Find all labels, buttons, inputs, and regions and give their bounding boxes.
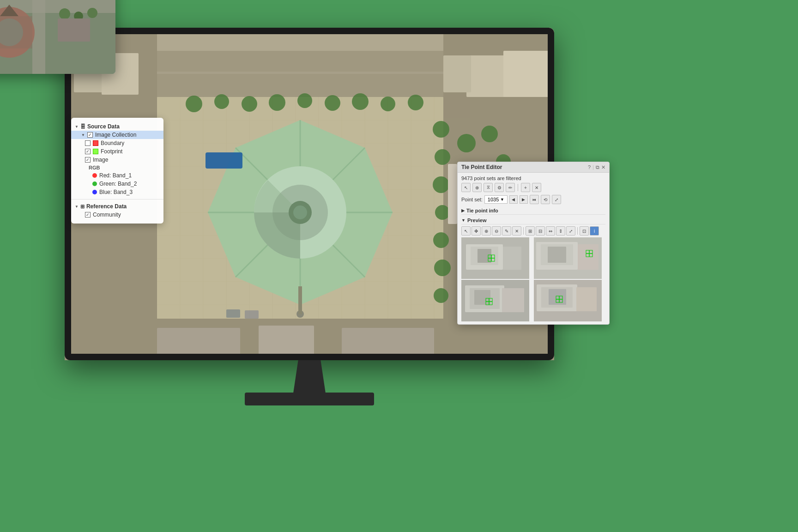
svg-rect-106 [548,247,566,263]
svg-point-60 [325,95,340,111]
tpe-float-btn[interactable]: ⧉ [596,164,599,170]
svg-rect-92 [448,164,457,224]
tpe-toolbar-sep3 [577,227,578,235]
svg-rect-98 [478,249,491,263]
svg-rect-85 [157,328,240,356]
svg-point-72 [481,126,498,142]
tpe-prev-tool-9[interactable]: ⇔ [546,226,555,236]
blue-band-item: Blue: Band_3 [75,188,160,196]
tpe-prev-tool-8[interactable]: ⊟ [536,226,545,236]
monitor: ▼ 🗄 Source Data ▼ ✓ Image Collection Bou… [65,28,573,406]
source-data-label: Source Data [87,123,120,130]
tpe-dropdown-arrow[interactable]: ▼ [500,197,504,202]
source-data-header[interactable]: ▼ 🗄 Source Data [75,122,160,131]
footprint-item[interactable]: ✓ Footprint [75,147,160,156]
tpe-tool-edit[interactable]: ✏ [506,183,515,192]
community-checkbox[interactable]: ✓ [85,212,91,218]
image-collection-checkbox[interactable]: ✓ [87,132,93,138]
tpe-preview-header[interactable]: ▼ Preview [461,217,605,224]
tpe-prev-tool-10[interactable]: ⇕ [556,226,565,236]
tpe-pointset-value: 1035 ▼ [484,195,508,204]
tpe-info-header[interactable]: ▶ Tie point info [461,207,605,215]
svg-point-66 [433,176,449,193]
svg-point-62 [381,97,395,111]
layer-divider [71,199,163,200]
boundary-item[interactable]: Boundary [75,139,160,147]
tpe-tool-settings[interactable]: ⚙ [495,183,504,192]
footprint-checkbox[interactable]: ✓ [85,149,91,154]
footprint-color-swatch [93,149,98,154]
tpe-prev-tool-2[interactable]: ✥ [472,226,481,236]
collapse-icon: ▼ [75,125,79,129]
tpe-preview-toolbar: ↖ ✥ ⊕ ⊖ ✎ ✕ ⊞ ⊟ ⇔ ⇕ ⤢ ⊡ i [461,226,605,236]
tpe-info-label: Tie point info [466,208,498,213]
svg-point-70 [434,288,448,303]
tpe-prev-tool-4[interactable]: ⊖ [492,226,501,236]
green-band-item: Green: Band_2 [75,180,160,188]
tpe-separator: | [592,164,594,170]
tpe-prev-tool-3[interactable]: ⊕ [482,226,491,236]
tpe-tool-cursor[interactable]: ↖ [461,183,471,192]
tpe-preview-grid [461,237,605,321]
tpe-nav-transform[interactable]: ⟲ [541,195,550,204]
tpe-tool-filter[interactable]: ⧖ [484,183,493,192]
svg-point-64 [433,121,449,138]
svg-point-55 [186,96,202,112]
image-collection-item[interactable]: ▼ ✓ Image Collection [71,131,163,139]
tpe-prev-tool-12[interactable]: ⊡ [580,226,589,236]
tpe-close-btn[interactable]: ✕ [601,164,605,170]
svg-point-61 [352,93,369,110]
svg-rect-86 [259,326,314,356]
tpe-prev-tool-13[interactable]: i [590,226,599,236]
tpe-nav-first[interactable]: ⏮ [530,195,539,204]
tie-point-editor: Tie Point Editor ? | ⧉ ✕ 9473 point sets… [457,162,610,325]
svg-point-65 [435,149,450,165]
image-collection-expand-icon: ▼ [81,133,85,137]
tpe-prev-tool-5[interactable]: ✎ [502,226,511,236]
blue-band-label: Blue: Band_3 [99,189,133,195]
boundary-label: Boundary [101,140,124,146]
tpe-tool-add[interactable]: + [521,183,530,192]
svg-rect-81 [503,51,550,97]
boundary-color-swatch [93,140,98,146]
image-label: Image [93,157,108,163]
image-item[interactable]: ✓ Image [75,156,160,164]
svg-rect-114 [474,290,490,305]
svg-rect-88 [206,152,242,169]
tpe-help-btn[interactable]: ? [588,164,591,170]
tpe-preview-cell-3 [461,280,529,321]
reference-data-grid-icon: ⊞ [80,204,85,210]
reference-data-header[interactable]: ▼ ⊞ Reference Data [75,202,160,211]
svg-rect-87 [342,328,434,356]
svg-point-9 [59,8,70,19]
tpe-preview-cell-4 [534,280,602,321]
boundary-checkbox[interactable] [85,140,91,146]
reference-data-group: ▼ ⊞ Reference Data ✓ Community [71,201,163,220]
community-item[interactable]: ✓ Community [75,211,160,219]
svg-rect-8 [0,16,32,48]
tpe-prev-tool-1[interactable]: ↖ [461,226,471,236]
layer-panel: ▼ 🗄 Source Data ▼ ✓ Image Collection Bou… [71,118,163,224]
svg-point-56 [214,94,229,109]
green-band-icon [92,181,97,186]
svg-point-57 [242,96,257,112]
tpe-prev-tool-11[interactable]: ⤢ [566,226,575,236]
source-data-group: ▼ 🗄 Source Data ▼ ✓ Image Collection Bou… [71,121,163,197]
svg-rect-90 [245,310,259,319]
tpe-tool-delete[interactable]: ✕ [532,183,541,192]
blue-band-icon [92,190,97,194]
tpe-prev-tool-6[interactable]: ✕ [512,226,521,236]
red-band-icon [92,173,97,178]
tpe-preview-cell-2 [534,237,602,279]
svg-rect-89 [226,309,240,318]
tpe-nav-prev[interactable]: ◀ [509,195,518,204]
svg-rect-115 [502,288,524,312]
tpe-nav-next[interactable]: ▶ [520,195,528,204]
svg-point-63 [408,95,423,110]
tpe-prev-tool-7[interactable]: ⊞ [526,226,535,236]
tpe-tool-zoom[interactable]: ⊕ [472,183,482,192]
svg-point-71 [457,134,476,152]
tpe-nav-expand[interactable]: ⤢ [552,195,561,204]
image-checkbox[interactable]: ✓ [85,157,91,163]
tpe-toolbar-row1: ↖ ⊕ ⧖ ⚙ ✏ + ✕ [461,183,605,192]
